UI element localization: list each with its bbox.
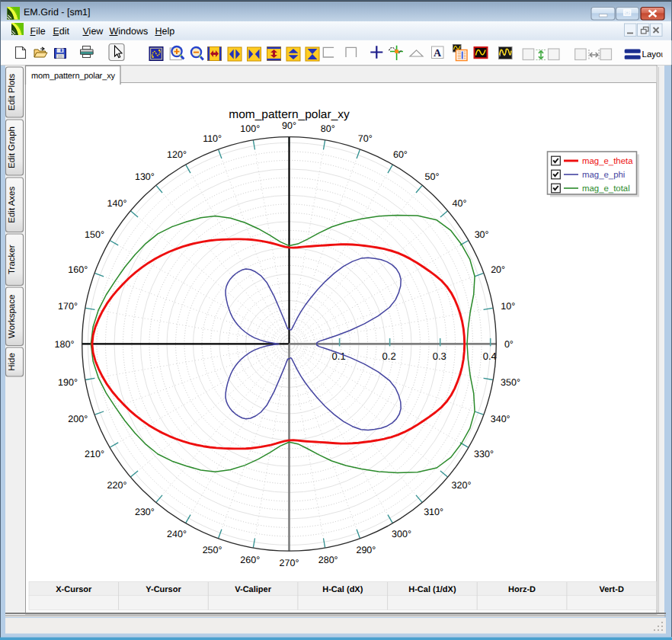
svg-text:Tracker: Tracker — [8, 245, 17, 274]
svg-text:mag_e_total: mag_e_total — [582, 184, 630, 194]
svg-text:100°: 100° — [240, 123, 260, 134]
svg-text:Workspace: Workspace — [8, 295, 17, 338]
svg-text:40°: 40° — [453, 198, 467, 209]
svg-text:150°: 150° — [85, 229, 104, 240]
svg-text:mag_e_theta: mag_e_theta — [582, 157, 633, 166]
svg-text:320°: 320° — [452, 480, 472, 491]
svg-text:210°: 210° — [85, 449, 104, 459]
svg-text:130°: 130° — [135, 171, 155, 182]
svg-text:0.3: 0.3 — [433, 350, 446, 362]
svg-text:0°: 0° — [504, 339, 514, 350]
svg-text:140°: 140° — [107, 198, 127, 209]
svg-text:240°: 240° — [167, 529, 187, 539]
svg-text:mom_pattern_polar_xy: mom_pattern_polar_xy — [31, 72, 116, 81]
svg-text:EM.Grid - [sm1]: EM.Grid - [sm1] — [24, 7, 91, 18]
svg-text:Windows: Windows — [110, 26, 149, 37]
svg-text:Help: Help — [155, 26, 175, 37]
svg-text:180°: 180° — [55, 339, 75, 350]
svg-text:Edit Graph: Edit Graph — [8, 126, 17, 168]
svg-text:10°: 10° — [501, 301, 515, 312]
svg-text:110°: 110° — [203, 133, 222, 144]
svg-text:220°: 220° — [107, 480, 127, 491]
svg-text:330°: 330° — [474, 449, 494, 459]
svg-text:X-Cursor: X-Cursor — [56, 585, 92, 594]
svg-text:Horz-D: Horz-D — [508, 585, 536, 594]
svg-text:mom_pattern_polar_xy: mom_pattern_polar_xy — [229, 108, 350, 121]
svg-text:A: A — [434, 48, 442, 59]
svg-text:300°: 300° — [392, 529, 411, 539]
svg-text:190°: 190° — [58, 377, 78, 388]
svg-text:mag_e_phi: mag_e_phi — [582, 171, 625, 180]
svg-text:Hide: Hide — [8, 353, 17, 371]
svg-text:200°: 200° — [68, 414, 88, 424]
svg-text:50°: 50° — [425, 171, 440, 182]
svg-text:290°: 290° — [356, 545, 376, 555]
svg-text:0.4: 0.4 — [483, 350, 497, 362]
svg-text:70°: 70° — [358, 133, 373, 144]
svg-text:260°: 260° — [240, 555, 260, 565]
svg-text:Vert-D: Vert-D — [599, 585, 623, 594]
svg-text:310°: 310° — [424, 507, 443, 517]
svg-text:Edit Plots: Edit Plots — [8, 73, 17, 110]
svg-text:280°: 280° — [318, 555, 338, 565]
svg-text:H-Cal (dX): H-Cal (dX) — [322, 585, 363, 594]
svg-text:File: File — [30, 26, 46, 37]
svg-text:120°: 120° — [167, 149, 187, 160]
svg-text:20°: 20° — [491, 264, 505, 275]
svg-text:80°: 80° — [321, 123, 335, 134]
svg-text:170°: 170° — [58, 301, 78, 312]
svg-text:350°: 350° — [501, 377, 520, 388]
svg-text:V-Caliper: V-Caliper — [235, 585, 271, 594]
svg-text:30°: 30° — [475, 229, 489, 240]
svg-text:View: View — [83, 26, 104, 37]
svg-text:160°: 160° — [68, 264, 88, 275]
svg-text:340°: 340° — [491, 414, 510, 424]
svg-text:Edit Axes: Edit Axes — [8, 187, 17, 223]
svg-text:90°: 90° — [282, 120, 296, 131]
svg-text:230°: 230° — [135, 507, 155, 517]
svg-text:60°: 60° — [393, 149, 408, 160]
svg-text:Y-Cursor: Y-Cursor — [146, 585, 181, 594]
svg-text:250°: 250° — [203, 545, 222, 555]
svg-text:H-Cal (1/dX): H-Cal (1/dX) — [408, 585, 456, 594]
svg-text:270°: 270° — [280, 558, 299, 568]
svg-text:0.2: 0.2 — [382, 350, 396, 362]
svg-text:0.1: 0.1 — [332, 350, 346, 362]
svg-text:Edit: Edit — [53, 26, 70, 37]
